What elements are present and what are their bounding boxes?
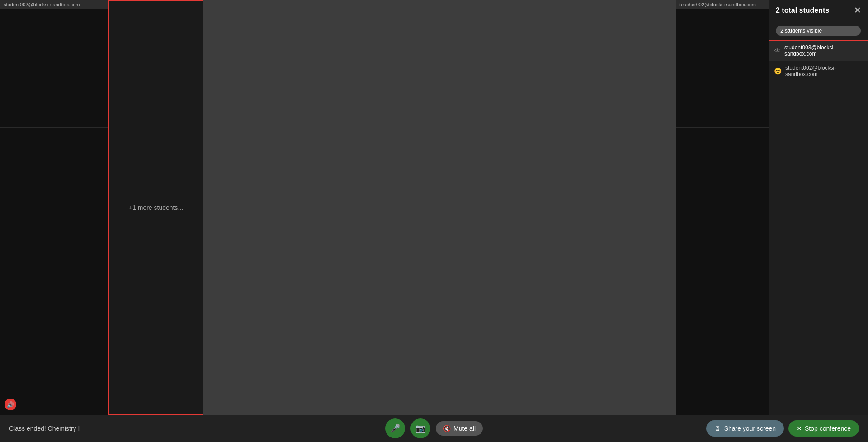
bottom-bar: Class ended! Chemistry I 🎤 📷 🔇 Mute all … bbox=[0, 415, 868, 442]
stop-conference-label: Stop conference bbox=[805, 425, 851, 432]
stop-icon: ✕ bbox=[797, 425, 802, 432]
student002-bottom-video bbox=[0, 128, 108, 415]
face-icon: 😊 bbox=[774, 67, 782, 75]
right-controls: 🖥 Share your screen ✕ Stop conference bbox=[706, 420, 859, 437]
mute-all-button[interactable]: 🔇 Mute all bbox=[436, 421, 483, 436]
student002-panel: student002@blocksi-sandbox.com 🔊 bbox=[0, 0, 108, 415]
sound-icon: 🔊 bbox=[5, 399, 16, 410]
student002-label: student002@blocksi-sandbox.com bbox=[0, 0, 108, 9]
camera-button[interactable]: 📷 bbox=[410, 418, 430, 438]
student-list-item-002[interactable]: 😊 student002@blocksi-sandbox.com bbox=[769, 61, 868, 81]
panel-title: 2 total students bbox=[776, 6, 829, 14]
more-students-text: +1 more students... bbox=[129, 204, 183, 211]
mute-all-label: Mute all bbox=[453, 425, 476, 432]
student002-email: student002@blocksi-sandbox.com bbox=[785, 65, 863, 77]
students-sidebar: 2 total students ✕ 2 students visible 👁 … bbox=[769, 0, 868, 415]
panel-header: 2 total students ✕ bbox=[769, 0, 868, 21]
student002-video bbox=[0, 9, 108, 127]
stop-conference-button[interactable]: ✕ Stop conference bbox=[788, 420, 859, 437]
share-screen-button[interactable]: 🖥 Share your screen bbox=[706, 420, 784, 437]
student003-email: student003@blocksi-sandbox.com bbox=[784, 44, 862, 57]
eye-icon: 👁 bbox=[774, 47, 781, 54]
close-panel-button[interactable]: ✕ bbox=[854, 5, 861, 15]
camera-icon: 📷 bbox=[415, 423, 425, 433]
student-list-item-003[interactable]: 👁 student003@blocksi-sandbox.com bbox=[769, 40, 868, 61]
center-controls: 🎤 📷 🔇 Mute all bbox=[385, 418, 483, 438]
microphone-button[interactable]: 🎤 bbox=[385, 418, 405, 438]
class-info: Class ended! Chemistry I bbox=[9, 425, 80, 432]
share-screen-icon: 🖥 bbox=[714, 425, 721, 432]
microphone-icon: 🎤 bbox=[390, 423, 400, 433]
center-area bbox=[203, 0, 676, 415]
teacher-label: teacher002@blocksi-sandbox.com bbox=[676, 0, 769, 9]
teacher-video-bottom bbox=[676, 128, 769, 415]
teacher-video-top bbox=[676, 9, 769, 127]
speaker-mute-icon: 🔇 bbox=[443, 425, 451, 432]
share-screen-label: Share your screen bbox=[724, 425, 776, 432]
teacher-panel: teacher002@blocksi-sandbox.com bbox=[676, 0, 769, 415]
selected-tile[interactable]: +1 more students... bbox=[108, 0, 203, 415]
students-visible-badge: 2 students visible bbox=[776, 26, 861, 36]
